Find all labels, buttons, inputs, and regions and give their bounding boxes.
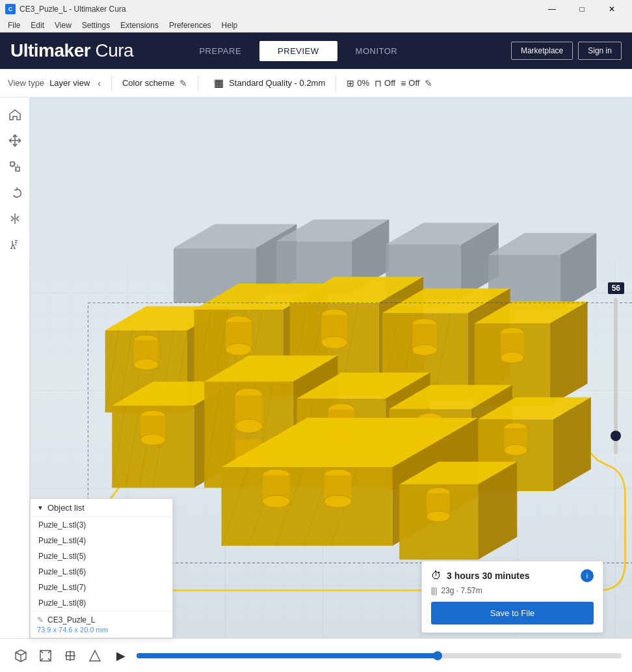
side-view-button[interactable] [85, 645, 105, 666]
layer-slider[interactable]: 56 [608, 282, 624, 454]
list-item[interactable]: Puzle_L.stl(3) [31, 517, 172, 533]
toolbar-divider-1 [111, 75, 112, 91]
color-scheme-label: Color scheme [122, 78, 174, 88]
layer-progress-bar[interactable] [137, 653, 622, 658]
svg-marker-108 [222, 467, 393, 546]
object-list-items: Puzle_L.stl(3) Puzle_L.stl(4) Puzle_L.st… [31, 517, 172, 611]
object-footer: ✎ CE3_Puzle_L 73.9 x 74.6 x 20.0 mm [31, 611, 172, 638]
view-type-label: View type [8, 78, 44, 88]
menu-edit[interactable]: Edit [25, 20, 49, 31]
toolbar: View type Layer view ‹ Color scheme ✎ ▦ … [0, 69, 632, 98]
view-value: Layer view [49, 78, 90, 88]
svg-point-28 [134, 359, 159, 370]
play-icon: ▶ [116, 649, 125, 663]
svg-point-127 [427, 511, 450, 522]
object-list-header[interactable]: ▼ Object list [31, 499, 172, 517]
support-stat: ⊓ Off [375, 78, 395, 88]
tool-home[interactable] [3, 103, 27, 126]
adhesion-icon: ≡ [401, 78, 406, 88]
menu-extensions[interactable]: Extensions [115, 20, 164, 31]
quality-label: Standard Quality - 0.2mm [229, 78, 325, 88]
adhesion-value: Off [408, 78, 419, 88]
minimize-button[interactable]: — [537, 0, 567, 18]
view-tools [10, 645, 105, 666]
list-item[interactable]: Puzle_L.stl(4) [31, 533, 172, 548]
progress-bar-fill [137, 653, 438, 658]
svg-point-38 [226, 343, 252, 356]
print-time-row: ⏱ 3 hours 30 minutes i [431, 569, 594, 582]
layer-slider-track[interactable] [614, 298, 618, 454]
window-controls: — □ ✕ [537, 0, 627, 18]
object-list-title: Object list [47, 503, 85, 513]
print-info-panel: ⏱ 3 hours 30 minutes i ||| 23g · 7.57m S… [421, 561, 603, 633]
left-sidebar [0, 98, 30, 638]
svg-point-74 [140, 435, 165, 446]
toolbar-divider-2 [198, 75, 198, 91]
header: Ultimaker Cura PREPARE PREVIEW MONITOR M… [0, 33, 632, 69]
svg-point-121 [324, 495, 351, 507]
tool-rotate[interactable] [3, 181, 27, 204]
main-nav: PREPARE PREVIEW MONITOR [181, 41, 415, 61]
app-logo: Ultimaker Cura [10, 40, 133, 61]
close-button[interactable]: ✕ [597, 0, 627, 18]
tool-scale[interactable] [3, 155, 27, 178]
menubar: File Edit View Settings Extensions Prefe… [0, 18, 632, 33]
clock-icon: ⏱ [431, 570, 441, 582]
material-icon: ||| [431, 586, 437, 595]
svg-point-84 [235, 419, 263, 433]
object-list-collapse-icon: ▼ [37, 504, 44, 511]
menu-settings[interactable]: Settings [77, 20, 115, 31]
window-title: CE3_Puzle_L - Ultimaker Cura [20, 5, 126, 14]
infill-icon: ⊞ [347, 78, 354, 88]
material-usage: 23g · 7.57m [441, 586, 482, 595]
list-item[interactable]: Puzle_L.stl(5) [31, 548, 172, 564]
svg-point-118 [263, 495, 290, 507]
bottom-bar: ▶ [0, 638, 632, 672]
signin-button[interactable]: Sign in [578, 42, 622, 60]
list-item[interactable]: Puzle_L.stl(6) [31, 564, 172, 580]
title-bar-title: C CE3_Puzle_L - Ultimaker Cura [5, 4, 537, 14]
support-value: Off [384, 78, 395, 88]
layer-number: 56 [608, 282, 624, 294]
menu-view[interactable]: View [49, 20, 77, 31]
progress-bar-thumb[interactable] [433, 651, 442, 660]
tool-support[interactable] [3, 233, 27, 256]
play-button[interactable]: ▶ [111, 645, 131, 666]
marketplace-button[interactable]: Marketplace [511, 42, 573, 60]
save-to-file-button[interactable]: Save to File [431, 602, 594, 625]
adhesion-stat: ≡ Off [401, 78, 419, 88]
menu-file[interactable]: File [3, 20, 25, 31]
support-icon: ⊓ [375, 78, 382, 88]
view-type-chevron[interactable]: ‹ [98, 78, 101, 88]
front-view-button[interactable] [35, 645, 56, 666]
toolbar-settings-icon[interactable]: ✎ [425, 78, 432, 88]
nav-monitor[interactable]: MONITOR [337, 41, 416, 61]
selected-object-name: ✎ CE3_Puzle_L [37, 615, 166, 625]
edit-pencil-icon: ✎ [37, 615, 44, 625]
svg-point-48 [321, 336, 347, 349]
nav-prepare[interactable]: PREPARE [181, 41, 259, 61]
quality-section: ▦ Standard Quality - 0.2mm [214, 77, 325, 89]
svg-rect-0 [10, 162, 14, 166]
menu-preferences[interactable]: Preferences [164, 20, 217, 31]
app-icon: C [5, 4, 16, 14]
infill-stat: ⊞ 0% [347, 78, 369, 88]
view-3d-button[interactable] [10, 645, 31, 666]
object-list-panel: ▼ Object list Puzle_L.stl(3) Puzle_L.stl… [30, 498, 173, 638]
maximize-button[interactable]: □ [567, 0, 597, 18]
quality-icon: ▦ [214, 77, 224, 89]
tool-mirror[interactable] [3, 207, 27, 230]
list-item[interactable]: Puzle_L.stl(7) [31, 580, 172, 595]
list-item[interactable]: Puzle_L.stl(8) [31, 595, 172, 611]
svg-point-58 [412, 345, 437, 356]
material-row: ||| 23g · 7.57m [431, 586, 594, 595]
info-icon[interactable]: i [581, 569, 594, 582]
menu-help[interactable]: Help [217, 20, 243, 31]
top-view-button[interactable] [60, 645, 81, 666]
nav-preview[interactable]: PREVIEW [259, 41, 337, 61]
color-scheme-edit-icon[interactable]: ✎ [179, 78, 187, 88]
titlebar: C CE3_Puzle_L - Ultimaker Cura — □ ✕ [0, 0, 632, 18]
tool-move[interactable] [3, 129, 27, 152]
layer-slider-thumb[interactable] [611, 431, 621, 441]
object-dimensions: 73.9 x 74.6 x 20.0 mm [37, 626, 166, 634]
